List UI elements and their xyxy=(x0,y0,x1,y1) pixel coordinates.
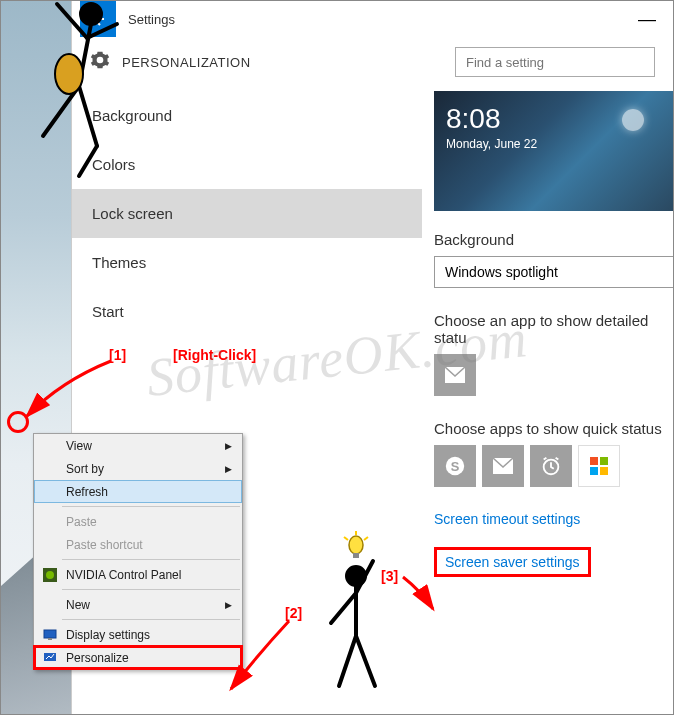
ctx-paste-shortcut: Paste shortcut xyxy=(34,533,242,556)
ctx-separator xyxy=(62,506,240,507)
chevron-right-icon: ▶ xyxy=(225,464,232,474)
quick-tile-mail[interactable] xyxy=(482,445,524,487)
sidebar-item-start[interactable]: Start xyxy=(72,287,422,336)
nvidia-icon xyxy=(42,567,58,583)
svg-rect-11 xyxy=(44,630,56,638)
alarm-icon xyxy=(540,455,562,477)
background-label: Background xyxy=(434,231,673,248)
ctx-paste: Paste xyxy=(34,510,242,533)
display-icon xyxy=(42,627,58,643)
svg-rect-5 xyxy=(590,457,598,465)
ctx-sortby[interactable]: Sort by▶ xyxy=(34,457,242,480)
search-input[interactable] xyxy=(456,48,654,76)
preview-date: Monday, June 22 xyxy=(446,137,662,151)
search-box[interactable] xyxy=(455,47,655,77)
minimize-button[interactable]: — xyxy=(629,1,665,37)
svg-rect-8 xyxy=(600,467,608,475)
quick-tile-store[interactable] xyxy=(578,445,620,487)
sidebar-item-lockscreen[interactable]: Lock screen xyxy=(72,189,422,238)
ctx-refresh[interactable]: Refresh xyxy=(34,480,242,503)
chevron-right-icon: ▶ xyxy=(225,600,232,610)
titlebar: Settings — xyxy=(72,1,673,37)
quick-status-label: Choose apps to show quick status xyxy=(434,420,673,437)
sidebar-item-themes[interactable]: Themes xyxy=(72,238,422,287)
chevron-right-icon: ▶ xyxy=(225,441,232,451)
moon-icon xyxy=(622,109,644,131)
back-button[interactable] xyxy=(80,1,116,37)
ctx-nvidia[interactable]: NVIDIA Control Panel xyxy=(34,563,242,586)
quick-tile-skype[interactable]: S xyxy=(434,445,476,487)
mail-icon xyxy=(493,458,513,474)
arrow-left-icon xyxy=(90,11,106,27)
lockscreen-preview: 8:08 Monday, June 22 xyxy=(434,91,673,211)
header: PERSONALIZATION xyxy=(72,37,673,91)
annotation-circle xyxy=(7,411,29,433)
link-screen-timeout[interactable]: Screen timeout settings xyxy=(434,511,673,527)
sidebar-item-background[interactable]: Background xyxy=(72,91,422,140)
ctx-view[interactable]: View▶ xyxy=(34,434,242,457)
personalize-icon xyxy=(42,650,58,666)
skype-icon: S xyxy=(444,455,466,477)
svg-point-10 xyxy=(46,571,54,579)
window-title: Settings xyxy=(128,12,629,27)
svg-text:S: S xyxy=(451,459,460,474)
content-panel: 8:08 Monday, June 22 Background Windows … xyxy=(422,91,673,715)
background-value: Windows spotlight xyxy=(445,264,558,280)
ctx-separator xyxy=(62,589,240,590)
ctx-separator xyxy=(62,559,240,560)
sidebar-item-colors[interactable]: Colors xyxy=(72,140,422,189)
ctx-separator xyxy=(62,619,240,620)
ctx-display-settings[interactable]: Display settings xyxy=(34,623,242,646)
ctx-personalize[interactable]: Personalize xyxy=(34,646,242,669)
mail-icon xyxy=(445,367,465,383)
gear-icon xyxy=(90,50,110,74)
ctx-new[interactable]: New▶ xyxy=(34,593,242,616)
desktop-context-menu: View▶ Sort by▶ Refresh Paste Paste short… xyxy=(33,433,243,670)
detailed-app-tile[interactable] xyxy=(434,354,476,396)
svg-rect-6 xyxy=(600,457,608,465)
page-title: PERSONALIZATION xyxy=(122,55,455,70)
microsoft-icon xyxy=(589,456,609,476)
svg-rect-12 xyxy=(48,638,52,640)
background-dropdown[interactable]: Windows spotlight xyxy=(434,256,673,288)
quick-tile-alarm[interactable] xyxy=(530,445,572,487)
link-screen-saver[interactable]: Screen saver settings xyxy=(434,547,591,577)
detailed-status-label: Choose an app to show detailed statu xyxy=(434,312,673,346)
svg-rect-7 xyxy=(590,467,598,475)
